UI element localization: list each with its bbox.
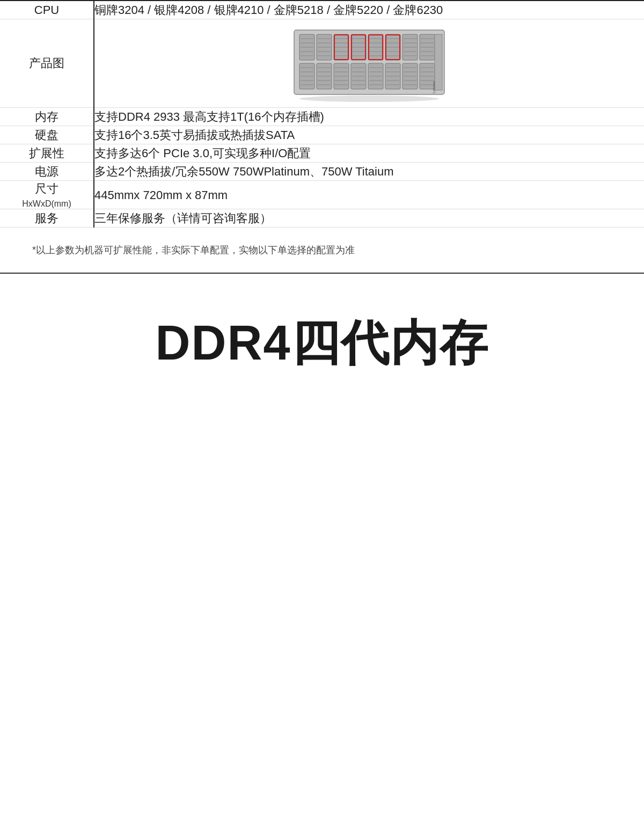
spec-value-dimensions: 445mmx 720mm x 87mm — [94, 181, 644, 209]
spec-row-cpu: CPU铜牌3204 / 银牌4208 / 银牌4210 / 金牌5218 / 金… — [0, 1, 644, 19]
specs-table-wrapper: CPU铜牌3204 / 银牌4208 / 银牌4210 / 金牌5218 / 金… — [0, 0, 644, 228]
svg-text:Lenovo: Lenovo — [432, 81, 436, 93]
spec-sublabel-dimensions: HxWxD(mm) — [0, 199, 93, 209]
svg-rect-101 — [435, 34, 442, 90]
svg-point-103 — [299, 96, 439, 102]
server-image: Lenovo — [283, 19, 455, 105]
spec-row-dimensions: 尺寸HxWxD(mm)445mmx 720mm x 87mm — [0, 181, 644, 209]
spec-value-memory: 支持DDR4 2933 最高支持1T(16个内存插槽) — [94, 108, 644, 126]
footnote-area: *以上参数为机器可扩展性能，非实际下单配置，实物以下单选择的配置为准 — [0, 228, 644, 273]
spec-row-product-image: 产品图Lenovo — [0, 19, 644, 108]
spec-row-storage: 硬盘支持16个3.5英寸易插拔或热插拔SATA — [0, 126, 644, 144]
spec-value-power: 多达2个热插拔/冗余550W 750WPlatinum、750W Titaium — [94, 163, 644, 181]
page-wrapper: CPU铜牌3204 / 银牌4208 / 银牌4210 / 金牌5218 / 金… — [0, 0, 644, 391]
spec-label-product-image: 产品图 — [0, 19, 94, 108]
spec-label-memory: 内存 — [0, 108, 94, 126]
spec-label-dimensions: 尺寸HxWxD(mm) — [0, 181, 94, 209]
spec-row-memory: 内存支持DDR4 2933 最高支持1T(16个内存插槽) — [0, 108, 644, 126]
spec-label-storage: 硬盘 — [0, 126, 94, 144]
ddr4-title: DDR4四代内存 — [32, 317, 612, 370]
spec-label-power: 电源 — [0, 163, 94, 181]
spec-label-service: 服务 — [0, 209, 94, 228]
spec-value-cpu: 铜牌3204 / 银牌4208 / 银牌4210 / 金牌5218 / 金牌52… — [94, 1, 644, 19]
footnote-text: *以上参数为机器可扩展性能，非实际下单配置，实物以下单选择的配置为准 — [32, 245, 355, 255]
spec-label-expansion: 扩展性 — [0, 144, 94, 163]
spec-value-storage: 支持16个3.5英寸易插拔或热插拔SATA — [94, 126, 644, 144]
specs-table: CPU铜牌3204 / 银牌4208 / 银牌4210 / 金牌5218 / 金… — [0, 1, 644, 228]
spec-row-expansion: 扩展性支持多达6个 PCIe 3.0,可实现多种I/O配置 — [0, 144, 644, 163]
spec-row-service: 服务三年保修服务（详情可咨询客服） — [0, 209, 644, 228]
spec-label-cpu: CPU — [0, 1, 94, 19]
spec-value-service: 三年保修服务（详情可咨询客服） — [94, 209, 644, 228]
ddr4-section: DDR4四代内存 — [0, 274, 644, 391]
spec-value-expansion: 支持多达6个 PCIe 3.0,可实现多种I/O配置 — [94, 144, 644, 163]
spec-value-product-image: Lenovo — [94, 19, 644, 108]
spec-row-power: 电源多达2个热插拔/冗余550W 750WPlatinum、750W Titai… — [0, 163, 644, 181]
